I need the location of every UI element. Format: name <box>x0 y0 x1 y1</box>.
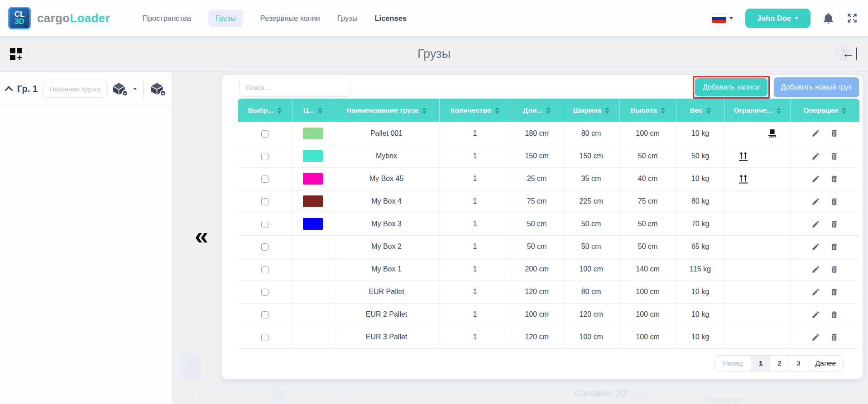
width-cell: 50 cm <box>563 213 619 235</box>
nav-item-backups[interactable]: Резервные копии <box>260 14 320 23</box>
ghost-container-label: Container <box>703 395 743 404</box>
remove-cargo-from-group-button[interactable]: − <box>112 82 126 95</box>
select-cell <box>238 213 292 235</box>
weight-cell: 10 kg <box>676 167 724 190</box>
weight-cell: 80 kg <box>676 190 724 213</box>
edit-icon[interactable] <box>811 152 820 161</box>
edit-icon[interactable] <box>811 265 820 274</box>
width-cell: 100 cm <box>563 326 619 348</box>
chevron-down-icon[interactable] <box>133 88 137 90</box>
highlight-annotation-box: Добавить записи <box>693 76 770 99</box>
add-widget-icon[interactable]: + <box>10 48 22 60</box>
delete-icon[interactable] <box>830 242 839 251</box>
nav-item-cargos-active[interactable]: Грузы <box>208 10 243 27</box>
collapse-group-icon[interactable] <box>5 86 13 94</box>
edit-icon[interactable] <box>811 197 820 206</box>
pagination-page-1[interactable]: 1 <box>751 356 770 371</box>
col-header-quantity[interactable]: Количество <box>439 99 511 122</box>
row-checkbox[interactable] <box>261 243 269 251</box>
col-header-height[interactable]: Высота <box>619 99 676 122</box>
cargo-name-cell: Mybox <box>334 145 439 167</box>
notifications-bell-icon[interactable] <box>822 12 834 24</box>
app-logo[interactable]: CL 3D cargoLoader <box>0 7 110 29</box>
add-records-button[interactable]: Добавить записи <box>695 78 767 96</box>
row-checkbox[interactable] <box>261 198 269 205</box>
table-row: Pallet 0011180 cm80 cm100 cm10 kg <box>238 122 859 145</box>
delete-icon[interactable] <box>830 333 839 342</box>
delete-icon[interactable] <box>830 265 839 274</box>
edit-icon[interactable] <box>811 242 820 251</box>
cargo-name-cell: My Box 2 <box>334 235 439 258</box>
language-selector[interactable] <box>712 14 734 23</box>
chevron-down-icon <box>794 17 799 19</box>
delete-icon[interactable] <box>830 129 839 138</box>
add-cargo-to-group-button[interactable]: + <box>150 82 164 95</box>
cargo-table: Выбр... Ц... Наименование груза Количест… <box>238 99 859 349</box>
col-header-operations[interactable]: Операции <box>790 99 859 122</box>
group-header-row: Гр. 1 − + <box>0 72 172 105</box>
col-header-select[interactable]: Выбр... <box>238 99 292 122</box>
table-row: EUR 3 Pallet1120 cm100 cm100 cm10 kg <box>238 326 859 348</box>
edit-icon[interactable] <box>811 310 820 319</box>
color-swatch <box>303 218 323 230</box>
row-checkbox[interactable] <box>261 221 269 228</box>
restrictions-cell <box>724 280 790 303</box>
length-cell: 200 cm <box>511 258 563 280</box>
delete-icon[interactable] <box>830 310 839 319</box>
pagination-prev-button[interactable]: Назад <box>715 356 751 371</box>
col-header-color[interactable]: Ц... <box>292 99 334 122</box>
row-checkbox[interactable] <box>261 153 269 160</box>
col-header-name[interactable]: Наименование груза <box>334 99 439 122</box>
collapse-sidebar-button[interactable]: « <box>195 223 208 248</box>
height-cell: 50 cm <box>619 145 676 167</box>
col-header-width[interactable]: Ширина <box>563 99 619 122</box>
collapse-panel-icon[interactable]: ? ← <box>842 47 857 60</box>
col-header-length[interactable]: Дли... <box>511 99 563 122</box>
length-cell: 50 cm <box>511 235 563 258</box>
weight-cell: 70 kg <box>676 213 724 235</box>
search-input[interactable] <box>239 78 350 97</box>
delete-icon[interactable] <box>830 175 839 183</box>
ghost-save-button <box>269 389 284 404</box>
cargo-name-cell: EUR 3 Pallet <box>334 326 439 348</box>
edit-icon[interactable] <box>811 175 820 183</box>
width-cell: 80 cm <box>563 280 619 303</box>
fullscreen-icon[interactable] <box>846 12 858 24</box>
row-checkbox[interactable] <box>261 289 269 296</box>
delete-icon[interactable] <box>830 220 839 228</box>
nav-item-cargos[interactable]: Грузы <box>337 14 358 23</box>
ghost-shape <box>629 391 649 404</box>
pagination-next-button[interactable]: Далее <box>808 356 843 371</box>
quantity-cell: 1 <box>439 303 511 326</box>
delete-icon[interactable] <box>830 152 839 161</box>
table-toolbar: Добавить записи Добавить новый груз <box>222 75 863 99</box>
group-name-input[interactable] <box>43 80 106 98</box>
user-menu-button[interactable]: John Doe <box>745 9 810 28</box>
add-new-cargo-button[interactable]: Добавить новый груз <box>774 77 859 97</box>
select-cell <box>238 167 292 190</box>
col-header-restrictions[interactable]: Ограниче... <box>724 99 790 122</box>
row-checkbox[interactable] <box>261 176 269 183</box>
row-checkbox[interactable] <box>261 311 269 318</box>
row-checkbox[interactable] <box>261 334 269 341</box>
delete-icon[interactable] <box>830 197 839 206</box>
delete-icon[interactable] <box>830 288 839 296</box>
nav-item-licenses[interactable]: Licenses <box>375 14 407 23</box>
edit-icon[interactable] <box>811 220 820 228</box>
edit-icon[interactable] <box>811 129 820 138</box>
nav-item-spaces[interactable]: Пространства <box>143 14 191 23</box>
edit-icon[interactable] <box>811 333 820 342</box>
cargo-name-cell: My Box 4 <box>334 190 439 213</box>
weight-cell: 10 kg <box>676 122 724 145</box>
col-header-weight[interactable]: Вес <box>676 99 724 122</box>
row-checkbox[interactable] <box>261 130 269 138</box>
sort-icon <box>318 107 322 114</box>
no-restriction <box>725 258 790 280</box>
row-checkbox[interactable] <box>261 266 269 273</box>
pagination-page-2[interactable]: 2 <box>770 356 789 371</box>
edit-icon[interactable] <box>811 288 820 296</box>
length-cell: 150 cm <box>511 145 563 167</box>
quantity-cell: 1 <box>439 235 511 258</box>
length-cell: 25 cm <box>511 167 563 190</box>
pagination-page-3[interactable]: 3 <box>789 356 808 371</box>
